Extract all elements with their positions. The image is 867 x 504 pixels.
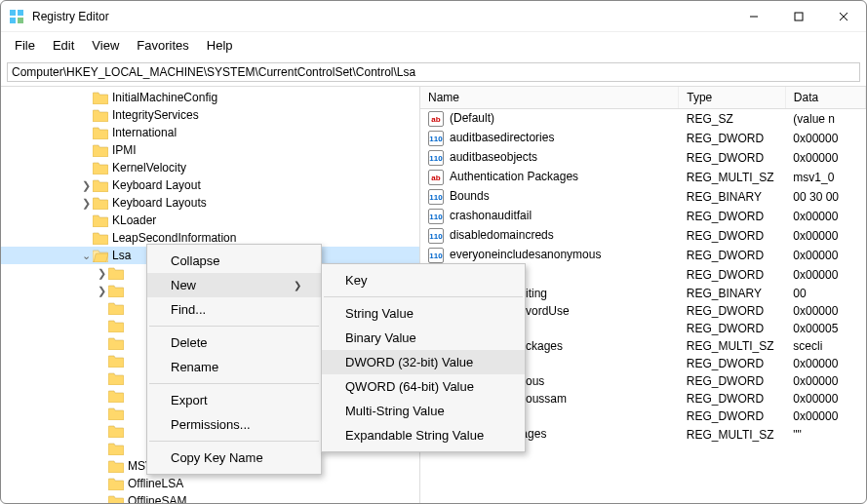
expand-caret-icon[interactable]: ❯	[95, 267, 108, 280]
menu-item[interactable]: String Value	[322, 301, 525, 326]
tree-item[interactable]: OfflineLSA	[1, 475, 419, 492]
folder-icon	[108, 407, 124, 420]
expand-caret-icon[interactable]: ❯	[79, 197, 93, 210]
col-data[interactable]: Data	[785, 87, 865, 109]
tree-item[interactable]: ❯ Keyboard Layout	[1, 176, 419, 194]
folder-icon	[93, 250, 108, 262]
menu-item[interactable]: Find...	[147, 297, 321, 322]
tree-item[interactable]: IntegrityServices	[1, 106, 419, 124]
value-data: 0x00000	[785, 226, 865, 246]
close-button[interactable]	[821, 1, 866, 32]
menu-item-label: String Value	[345, 306, 414, 321]
menu-item[interactable]: Copy Key Name	[147, 446, 321, 470]
maximize-button[interactable]	[776, 1, 821, 32]
folder-icon	[93, 92, 108, 104]
menu-separator	[149, 383, 319, 384]
titlebar: Registry Editor	[1, 1, 866, 32]
value-type: REG_DWORD	[679, 246, 786, 265]
menu-file[interactable]: File	[7, 36, 43, 55]
col-type[interactable]: Type	[679, 87, 786, 109]
value-name: 110auditbaseobjects	[420, 148, 679, 168]
folder-icon	[108, 337, 124, 350]
tree-item-label: InitialMachineConfig	[112, 91, 217, 104]
menu-item[interactable]: Collapse	[147, 249, 321, 273]
expand-caret-icon[interactable]: ⌄	[79, 250, 93, 262]
value-type: REG_DWORD	[679, 129, 786, 148]
binary-value-icon: 110	[428, 248, 444, 263]
folder-icon	[93, 109, 108, 122]
tree-item[interactable]: IPMI	[1, 141, 419, 159]
col-name[interactable]: Name	[420, 87, 679, 109]
menu-view[interactable]: View	[84, 36, 127, 55]
tree-item-label: OfflineSAM	[128, 494, 186, 504]
binary-value-icon: 110	[428, 228, 444, 244]
value-name: 110crashonauditfail	[420, 207, 679, 226]
menu-item[interactable]: Export	[147, 388, 321, 412]
folder-icon	[108, 425, 124, 438]
context-submenu-new[interactable]: KeyString ValueBinary ValueDWORD (32-bit…	[321, 263, 526, 452]
address-input[interactable]	[7, 62, 860, 82]
value-type: REG_DWORD	[679, 148, 786, 168]
tree-item[interactable]: OfflineSAM	[1, 492, 419, 504]
menu-item[interactable]: Binary Value	[322, 326, 525, 350]
folder-icon	[93, 232, 108, 245]
minimize-button[interactable]	[731, 1, 776, 32]
value-data: 0x00000	[785, 355, 865, 372]
binary-value-icon: 110	[428, 209, 444, 224]
menu-help[interactable]: Help	[199, 36, 241, 55]
value-row[interactable]: 110crashonauditfailREG_DWORD0x00000	[420, 207, 866, 226]
folder-icon	[108, 460, 124, 473]
tree-item[interactable]: KLoader	[1, 212, 419, 229]
value-row[interactable]: 110auditbaseobjectsREG_DWORD0x00000	[420, 148, 866, 168]
menu-favorites[interactable]: Favorites	[129, 36, 196, 55]
value-row[interactable]: 110disabledomaincredsREG_DWORD0x00000	[420, 226, 866, 246]
address-bar	[1, 58, 866, 87]
menu-separator	[324, 296, 523, 297]
value-data: (value n	[785, 109, 865, 130]
menu-item-label: Copy Key Name	[171, 450, 263, 465]
svg-rect-0	[10, 10, 16, 16]
svg-rect-5	[795, 13, 803, 20]
value-type: REG_DWORD	[679, 207, 786, 226]
value-row[interactable]: 110everyoneincludesanonymousREG_DWORD0x0…	[420, 246, 866, 265]
menu-item-label: Find...	[171, 302, 206, 317]
expand-caret-icon[interactable]: ❯	[95, 285, 108, 297]
menu-item[interactable]: QWORD (64-bit) Value	[322, 374, 525, 399]
expand-caret-icon[interactable]: ❯	[79, 179, 93, 192]
context-menu[interactable]: CollapseNew❯Find...DeleteRenameExportPer…	[146, 244, 322, 475]
value-type: REG_MULTI_SZ	[679, 425, 786, 445]
value-row[interactable]: abAuthentication PackagesREG_MULTI_SZmsv…	[420, 168, 866, 187]
tree-item[interactable]: International	[1, 124, 419, 141]
value-row[interactable]: 110BoundsREG_BINARY00 30 00	[420, 187, 866, 207]
value-row[interactable]: 110auditbasedirectoriesREG_DWORD0x00000	[420, 129, 866, 148]
menu-item[interactable]: Expandable String Value	[322, 423, 525, 447]
value-data: ""	[785, 425, 865, 445]
menu-edit[interactable]: Edit	[45, 36, 82, 55]
binary-value-icon: 110	[428, 150, 444, 166]
value-data: 0x00000	[785, 207, 865, 226]
tree-item[interactable]: InitialMachineConfig	[1, 89, 419, 106]
menu-item[interactable]: New❯	[147, 273, 321, 297]
value-name: abAuthentication Packages	[420, 168, 679, 187]
registry-app-icon	[9, 9, 24, 24]
value-name: 110everyoneincludesanonymous	[420, 246, 679, 265]
folder-icon	[93, 162, 108, 174]
value-row[interactable]: ab(Default)REG_SZ(value n	[420, 109, 866, 130]
menu-item-label: Collapse	[171, 253, 220, 268]
menu-item-label: Rename	[171, 360, 218, 374]
tree-item[interactable]: KernelVelocity	[1, 159, 419, 176]
menu-item[interactable]: Multi-String Value	[322, 399, 525, 423]
value-data: 0x00000	[785, 129, 865, 148]
menu-item[interactable]: DWORD (32-bit) Value	[322, 350, 525, 374]
menu-item[interactable]: Delete	[147, 330, 321, 355]
menu-item[interactable]: Key	[322, 268, 525, 292]
menu-item-label: QWORD (64-bit) Value	[345, 379, 474, 394]
value-data: 0x00000	[785, 148, 865, 168]
menu-item[interactable]: Permissions...	[147, 412, 321, 437]
value-type: REG_DWORD	[679, 320, 786, 337]
menu-item-label: Export	[171, 393, 208, 407]
menu-item[interactable]: Rename	[147, 355, 321, 379]
folder-icon	[108, 320, 124, 332]
string-value-icon: ab	[428, 111, 444, 127]
tree-item[interactable]: ❯ Keyboard Layouts	[1, 194, 419, 212]
